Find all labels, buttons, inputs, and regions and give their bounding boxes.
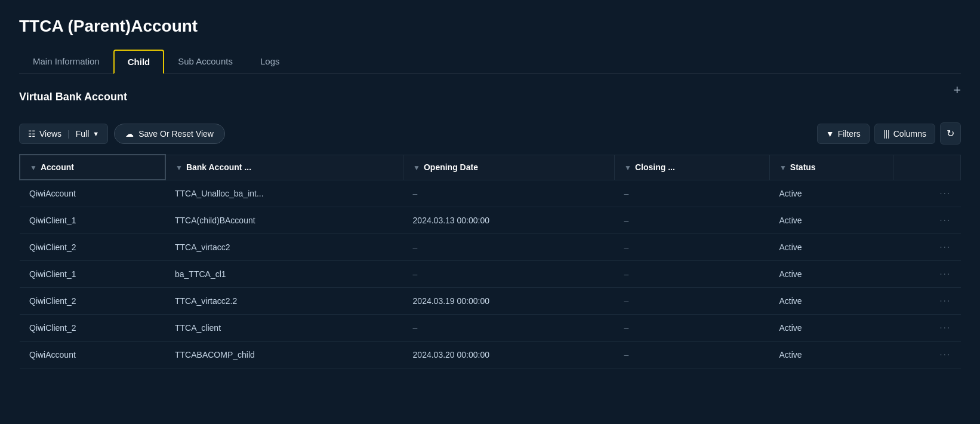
more-options-button[interactable]: ··· bbox=[939, 269, 951, 279]
col-header-closing[interactable]: ▼Closing ... bbox=[615, 155, 770, 180]
section-title: Virtual Bank Account bbox=[19, 91, 127, 103]
more-options-button[interactable]: ··· bbox=[939, 188, 951, 198]
table-row: QiwiClient_1TTCA(child)BAccount2024.03.1… bbox=[20, 207, 961, 233]
closing-cell: – bbox=[615, 207, 770, 233]
table-row: QiwiAccountTTCA_Unalloc_ba_int...––Activ… bbox=[20, 180, 961, 207]
columns-label: Columns bbox=[893, 129, 926, 139]
account-cell: QiwiClient_1 bbox=[20, 207, 165, 233]
data-table: ▼Account▼Bank Account ...▼Opening Date▼C… bbox=[19, 154, 961, 368]
tab-logs[interactable]: Logs bbox=[246, 50, 294, 74]
cloud-icon: ☁ bbox=[125, 129, 134, 139]
status-cell: Active bbox=[769, 287, 893, 314]
more-options-button[interactable]: ··· bbox=[939, 322, 951, 333]
toolbar: ☷ Views | Full ▼ ☁ Save Or Reset View ▼ … bbox=[19, 122, 961, 145]
col-header-status[interactable]: ▼Status bbox=[769, 155, 893, 180]
bank-account-cell: TTCA_virtacc2.2 bbox=[165, 287, 403, 314]
filter-icon: ▼ bbox=[826, 129, 834, 139]
bank-account-cell: TTCA_Unalloc_ba_int... bbox=[165, 180, 403, 207]
row-actions[interactable]: ··· bbox=[893, 233, 960, 260]
col-header-bank-account[interactable]: ▼Bank Account ... bbox=[165, 155, 403, 180]
status-cell: Active bbox=[769, 233, 893, 260]
more-options-button[interactable]: ··· bbox=[939, 242, 951, 252]
opening-date-cell: – bbox=[403, 314, 615, 341]
refresh-button[interactable]: ↻ bbox=[940, 122, 961, 145]
closing-cell: – bbox=[615, 287, 770, 314]
status-cell: Active bbox=[769, 341, 893, 368]
save-reset-label: Save Or Reset View bbox=[138, 129, 214, 139]
col-header-opening-date[interactable]: ▼Opening Date bbox=[403, 155, 615, 180]
more-options-button[interactable]: ··· bbox=[939, 296, 951, 306]
closing-cell: – bbox=[615, 233, 770, 260]
bank-account-cell: TTCABACOMP_child bbox=[165, 341, 403, 368]
row-actions[interactable]: ··· bbox=[893, 207, 960, 233]
table-row: QiwiAccountTTCABACOMP_child2024.03.20 00… bbox=[20, 341, 961, 368]
row-actions[interactable]: ··· bbox=[893, 341, 960, 368]
page-title: TTCA (Parent)Account bbox=[19, 17, 961, 36]
account-cell: QiwiAccount bbox=[20, 341, 165, 368]
tab-main-information[interactable]: Main Information bbox=[19, 50, 113, 74]
bank-account-cell: TTCA(child)BAccount bbox=[165, 207, 403, 233]
row-actions[interactable]: ··· bbox=[893, 260, 960, 287]
account-cell: QiwiClient_1 bbox=[20, 260, 165, 287]
tab-sub-accounts[interactable]: Sub Accounts bbox=[164, 50, 246, 74]
account-cell: QiwiClient_2 bbox=[20, 287, 165, 314]
columns-button[interactable]: ||| Columns bbox=[874, 124, 935, 144]
views-button[interactable]: ☷ Views | Full ▼ bbox=[19, 124, 108, 144]
views-value: Full bbox=[76, 129, 90, 139]
table-row: QiwiClient_2TTCA_virtacc2.22024.03.19 00… bbox=[20, 287, 961, 314]
save-reset-button[interactable]: ☁ Save Or Reset View bbox=[114, 124, 225, 144]
filters-label: Filters bbox=[838, 129, 861, 139]
row-actions[interactable]: ··· bbox=[893, 180, 960, 207]
table-header-row: ▼Account▼Bank Account ...▼Opening Date▼C… bbox=[20, 155, 961, 180]
status-cell: Active bbox=[769, 207, 893, 233]
chevron-down-icon: ▼ bbox=[93, 130, 99, 137]
tab-child[interactable]: Child bbox=[113, 50, 165, 74]
section-header: Virtual Bank Account + bbox=[19, 91, 961, 113]
row-actions[interactable]: ··· bbox=[893, 314, 960, 341]
status-cell: Active bbox=[769, 180, 893, 207]
add-button[interactable]: + bbox=[953, 82, 961, 98]
tabs-bar: Main InformationChildSub AccountsLogs bbox=[19, 49, 961, 74]
sort-icon: ▼ bbox=[30, 164, 37, 172]
columns-icon: ||| bbox=[883, 129, 890, 139]
opening-date-cell: 2024.03.20 00:00:00 bbox=[403, 341, 615, 368]
status-cell: Active bbox=[769, 260, 893, 287]
table-row: QiwiClient_2TTCA_client––Active··· bbox=[20, 314, 961, 341]
views-label: Views bbox=[39, 129, 61, 139]
row-actions[interactable]: ··· bbox=[893, 287, 960, 314]
opening-date-cell: 2024.03.19 00:00:00 bbox=[403, 287, 615, 314]
opening-date-cell: 2024.03.13 00:00:00 bbox=[403, 207, 615, 233]
bank-account-cell: TTCA_virtacc2 bbox=[165, 233, 403, 260]
table-row: QiwiClient_2TTCA_virtacc2––Active··· bbox=[20, 233, 961, 260]
sort-icon: ▼ bbox=[624, 164, 631, 172]
filters-button[interactable]: ▼ Filters bbox=[817, 124, 870, 144]
closing-cell: – bbox=[615, 314, 770, 341]
toolbar-left: ☷ Views | Full ▼ ☁ Save Or Reset View bbox=[19, 124, 225, 144]
bank-account-cell: TTCA_client bbox=[165, 314, 403, 341]
sort-icon: ▼ bbox=[175, 164, 183, 172]
closing-cell: – bbox=[615, 260, 770, 287]
table-header: ▼Account▼Bank Account ...▼Opening Date▼C… bbox=[20, 155, 961, 180]
status-cell: Active bbox=[769, 314, 893, 341]
opening-date-cell: – bbox=[403, 233, 615, 260]
closing-cell: – bbox=[615, 341, 770, 368]
account-cell: QiwiAccount bbox=[20, 180, 165, 207]
views-divider: | bbox=[67, 129, 70, 139]
col-header-actions bbox=[893, 155, 960, 180]
refresh-icon: ↻ bbox=[947, 128, 954, 139]
views-icon: ☷ bbox=[28, 129, 36, 139]
toolbar-right: ▼ Filters ||| Columns ↻ bbox=[817, 122, 961, 145]
table-row: QiwiClient_1ba_TTCA_cl1––Active··· bbox=[20, 260, 961, 287]
opening-date-cell: – bbox=[403, 260, 615, 287]
account-cell: QiwiClient_2 bbox=[20, 314, 165, 341]
account-cell: QiwiClient_2 bbox=[20, 233, 165, 260]
sort-icon: ▼ bbox=[779, 164, 787, 172]
more-options-button[interactable]: ··· bbox=[939, 349, 951, 360]
more-options-button[interactable]: ··· bbox=[939, 215, 951, 225]
sort-icon: ▼ bbox=[413, 164, 420, 172]
col-header-account[interactable]: ▼Account bbox=[20, 155, 165, 180]
bank-account-cell: ba_TTCA_cl1 bbox=[165, 260, 403, 287]
opening-date-cell: – bbox=[403, 180, 615, 207]
table-body: QiwiAccountTTCA_Unalloc_ba_int...––Activ… bbox=[20, 180, 961, 368]
closing-cell: – bbox=[615, 180, 770, 207]
